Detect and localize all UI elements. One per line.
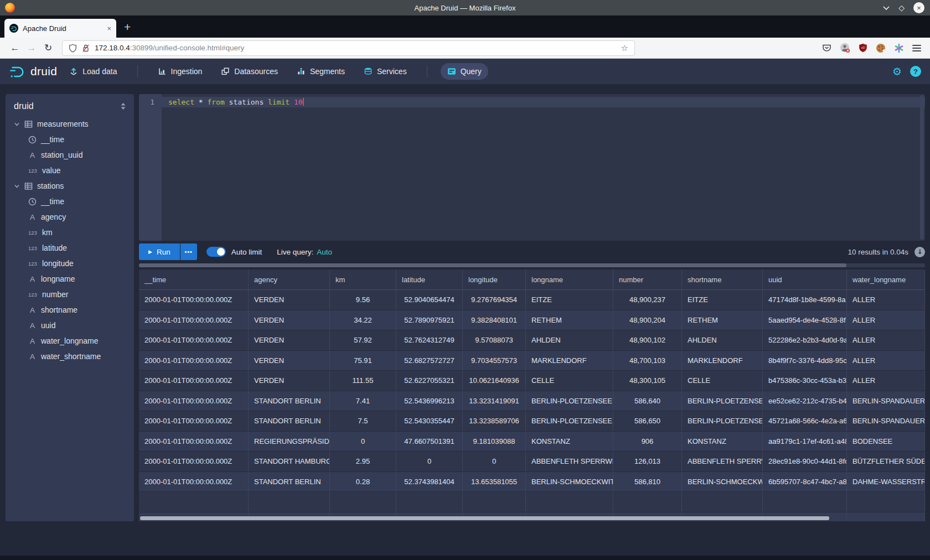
cell[interactable]: 13.3238589706 <box>463 411 526 431</box>
cell[interactable]: 13.653581055 <box>463 472 526 492</box>
cell[interactable]: 52.6227055321 <box>396 371 463 391</box>
horizontal-scrollbar[interactable] <box>140 516 829 520</box>
cell[interactable]: BODENSEE <box>847 432 925 452</box>
cell[interactable]: 2000-01-01T00:00:00.000Z <box>139 452 249 471</box>
cell[interactable]: ALLER <box>847 310 925 330</box>
cell[interactable]: 9.7034557573 <box>463 351 526 371</box>
run-button[interactable]: ▶ Run <box>139 243 180 260</box>
cell[interactable]: 111.55 <box>330 371 396 391</box>
cell[interactable]: 52.5430355447 <box>396 411 463 431</box>
tree-column-__time[interactable]: __time <box>6 194 134 209</box>
cell[interactable]: 75.91 <box>330 351 396 371</box>
cell[interactable]: 7.5 <box>330 411 396 431</box>
cell[interactable]: 2000-01-01T00:00:00.000Z <box>139 391 249 411</box>
cell[interactable]: 6b595707-8c47-4bc7-a8 <box>763 472 847 492</box>
close-icon[interactable]: × <box>913 2 924 13</box>
cell[interactable]: ABBENFLETH SPERRWER <box>682 452 763 471</box>
column-header-uuid[interactable]: uuid <box>763 269 847 289</box>
cell[interactable]: 9.56 <box>330 290 396 310</box>
column-header-number[interactable]: number <box>613 269 682 289</box>
double-caret-icon[interactable] <box>120 102 126 110</box>
tree-table-measurements[interactable]: measurements <box>6 116 134 132</box>
cell[interactable]: VERDEN <box>249 290 330 310</box>
cell[interactable]: BERLIN-PLOETZENSEE C <box>526 391 613 411</box>
cell[interactable]: STANDORT BERLIN <box>249 411 330 431</box>
cell[interactable]: 2000-01-01T00:00:00.000Z <box>139 411 249 431</box>
cell[interactable]: MARKLENDORF <box>526 351 613 371</box>
new-tab-button[interactable]: + <box>124 21 131 33</box>
cell[interactable]: 2000-01-01T00:00:00.000Z <box>139 472 249 492</box>
cell[interactable]: BERLIN-PLOETZENSEE C <box>682 391 763 411</box>
tree-column-value[interactable]: 123value <box>6 163 134 178</box>
minimize-icon[interactable] <box>883 6 890 10</box>
back-icon[interactable]: ← <box>7 43 23 54</box>
ublock-icon[interactable]: uO <box>859 43 867 53</box>
tree-column-longitude[interactable]: 123longitude <box>6 256 134 271</box>
tree-column-km[interactable]: 123km <box>6 225 134 240</box>
asterisk-extension-icon[interactable] <box>894 43 904 53</box>
cell[interactable]: 48,900,102 <box>613 330 682 350</box>
column-header-longname[interactable]: longname <box>526 269 613 289</box>
cell[interactable]: 9.57088073 <box>463 330 526 350</box>
tree-column-water_shortname[interactable]: Awater_shortname <box>6 349 134 364</box>
cell[interactable]: VERDEN <box>249 351 330 371</box>
cell[interactable]: ALLER <box>847 290 925 310</box>
maximize-icon[interactable]: ◇ <box>898 3 905 12</box>
cell[interactable]: 522286e2-b2b3-4d0d-9a <box>763 330 847 350</box>
pocket-icon[interactable] <box>822 44 831 53</box>
cell[interactable]: BERLIN-PLOETZENSEE U <box>526 411 613 431</box>
tree-column-water_longname[interactable]: Awater_longname <box>6 333 134 349</box>
tree-column-uuid[interactable]: Auuid <box>6 318 134 333</box>
cell[interactable]: 9.181039088 <box>463 432 526 452</box>
cell[interactable]: 2000-01-01T00:00:00.000Z <box>139 290 249 310</box>
nav-item-services[interactable]: Services <box>357 63 414 80</box>
column-header-longitude[interactable]: longitude <box>463 269 526 289</box>
cell[interactable]: 586,810 <box>613 472 682 492</box>
cell[interactable]: 0 <box>463 452 526 471</box>
cell[interactable]: ALLER <box>847 330 925 350</box>
cell[interactable]: BERLIN-SPANDAUER-S <box>847 411 925 431</box>
cell[interactable]: EITZE <box>526 290 613 310</box>
cell[interactable]: 47.6607501391 <box>396 432 463 452</box>
cell[interactable]: 5aaed954-de4e-4528-8f <box>763 310 847 330</box>
forward-icon[interactable]: → <box>23 43 40 54</box>
cell[interactable]: 0 <box>396 452 463 471</box>
reload-icon[interactable]: ↻ <box>40 42 56 54</box>
cell[interactable]: 52.6827572727 <box>396 351 463 371</box>
cell[interactable]: 2.95 <box>330 452 396 471</box>
cell[interactable]: EITZE <box>682 290 763 310</box>
column-header-agency[interactable]: agency <box>249 269 330 289</box>
nav-item-query[interactable]: Query <box>441 63 488 80</box>
cell[interactable]: 48,900,204 <box>613 310 682 330</box>
cell[interactable]: 8b4f9f7c-3376-4dd8-95c <box>763 351 847 371</box>
tree-column-latitude[interactable]: 123latitude <box>6 240 134 256</box>
cell[interactable]: ee52ce62-212c-4735-b4 <box>763 391 847 411</box>
cell[interactable]: 34.22 <box>330 310 396 330</box>
schema-header[interactable]: druid <box>6 94 134 116</box>
auto-limit-toggle[interactable] <box>206 247 226 257</box>
cell[interactable]: aa9179c1-17ef-4c61-a48 <box>763 432 847 452</box>
panel-splitter[interactable] <box>139 263 925 267</box>
cell[interactable]: 48,700,103 <box>613 351 682 371</box>
cell[interactable]: 9.2767694354 <box>463 290 526 310</box>
cell[interactable]: RETHEM <box>682 310 763 330</box>
tracking-shield-icon[interactable] <box>69 44 77 53</box>
cell[interactable]: CELLE <box>526 371 613 391</box>
bookmark-star-icon[interactable]: ☆ <box>621 43 628 53</box>
query-editor[interactable]: 1 select * from stations limit 10 <box>139 94 925 241</box>
column-header-km[interactable]: km <box>330 269 396 289</box>
nav-item-datasources[interactable]: Datasources <box>214 63 285 80</box>
cell[interactable]: 52.7624312749 <box>396 330 463 350</box>
run-more-button[interactable]: ••• <box>180 243 197 260</box>
column-header-shortname[interactable]: shortname <box>682 269 763 289</box>
cell[interactable]: 52.5436996213 <box>396 391 463 411</box>
cell[interactable]: STANDORT BERLIN <box>249 472 330 492</box>
column-header-__time[interactable]: __time <box>139 269 249 289</box>
cell[interactable]: KONSTANZ <box>682 432 763 452</box>
cell[interactable]: KONSTANZ <box>526 432 613 452</box>
nav-item-segments[interactable]: Segments <box>290 63 352 80</box>
druid-logo[interactable]: druid <box>9 63 57 80</box>
cell[interactable]: BERLIN-PLOETZENSEE U <box>682 411 763 431</box>
cell[interactable]: 7.41 <box>330 391 396 411</box>
cell[interactable]: 28ec91e8-90c0-44d1-8fc <box>763 452 847 471</box>
